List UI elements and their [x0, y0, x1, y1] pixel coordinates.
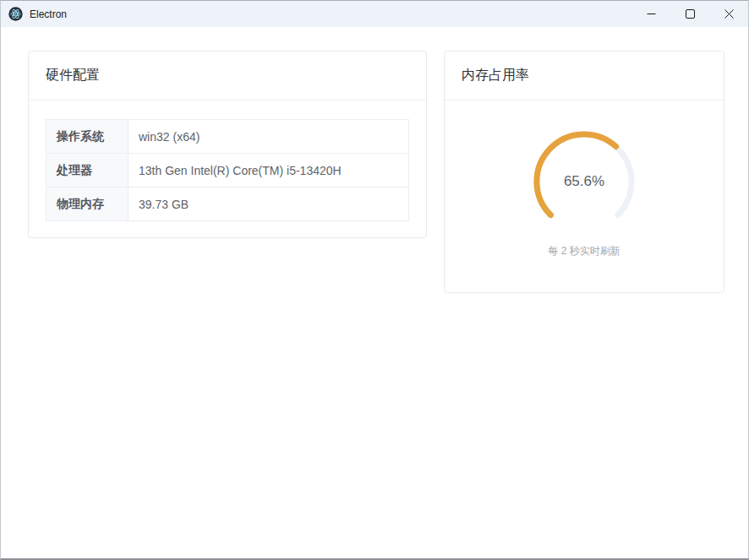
maximize-button[interactable]	[670, 1, 709, 27]
main-content: 硬件配置 操作系统 win32 (x64) 处理器 13th Gen Intel…	[1, 27, 748, 558]
table-row: 操作系统 win32 (x64)	[46, 120, 409, 154]
hardware-card-title: 硬件配置	[46, 67, 100, 84]
maximize-icon	[686, 9, 695, 19]
table-row: 处理器 13th Gen Intel(R) Core(TM) i5-13420H	[46, 154, 409, 188]
minimize-button[interactable]	[631, 1, 670, 27]
refresh-caption: 每 2 秒实时刷新	[548, 244, 620, 258]
close-icon	[724, 9, 734, 19]
memory-usage-card: 内存占用率 65.6% 每 2 秒实时刷新	[444, 51, 724, 293]
titlebar[interactable]: Electron	[1, 1, 748, 27]
memory-card-title: 内存占用率	[462, 67, 529, 84]
minimize-icon	[647, 9, 656, 19]
row-label-cpu: 处理器	[46, 154, 128, 188]
electron-logo-icon	[8, 7, 23, 21]
hardware-card-header: 硬件配置	[29, 52, 426, 101]
gauge-percent-text: 65.6%	[531, 128, 637, 235]
row-value-os: win32 (x64)	[128, 120, 409, 154]
window-controls	[631, 1, 748, 27]
hardware-table: 操作系统 win32 (x64) 处理器 13th Gen Intel(R) C…	[46, 119, 409, 221]
hardware-config-card: 硬件配置 操作系统 win32 (x64) 处理器 13th Gen Intel…	[28, 51, 427, 238]
app-window: Electron 硬件配置 操作系统	[0, 0, 749, 560]
window-title: Electron	[30, 8, 631, 20]
memory-gauge: 65.6%	[531, 128, 637, 235]
hardware-card-body: 操作系统 win32 (x64) 处理器 13th Gen Intel(R) C…	[29, 101, 426, 238]
row-label-os: 操作系统	[46, 120, 128, 154]
memory-card-header: 内存占用率	[445, 52, 724, 101]
close-button[interactable]	[709, 1, 748, 27]
row-label-ram: 物理内存	[46, 188, 128, 221]
row-value-cpu: 13th Gen Intel(R) Core(TM) i5-13420H	[128, 154, 409, 188]
memory-card-body: 65.6% 每 2 秒实时刷新	[445, 101, 724, 258]
row-value-ram: 39.73 GB	[128, 188, 409, 221]
table-row: 物理内存 39.73 GB	[46, 188, 409, 221]
